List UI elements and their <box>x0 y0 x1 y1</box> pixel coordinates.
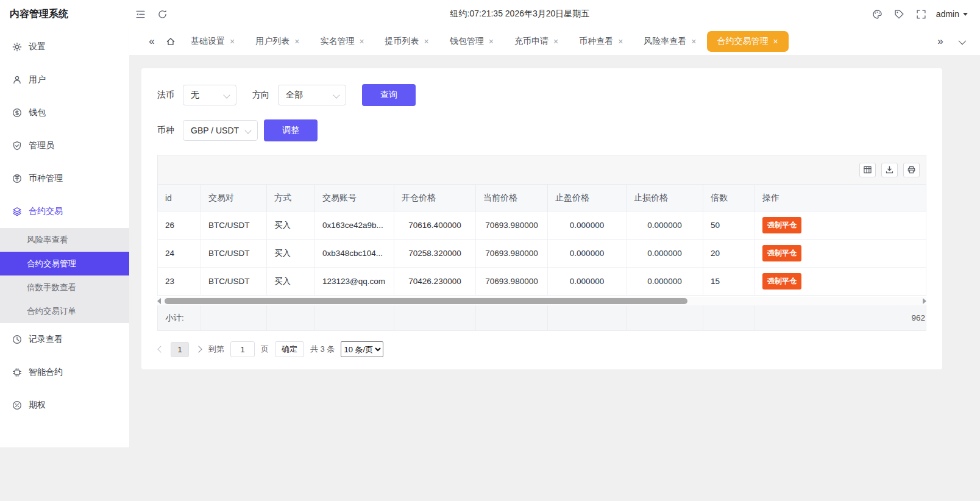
sidebar-subitem-label: 合约交易订单 <box>27 306 76 317</box>
table-cell-take_profit: 0.000000 <box>548 268 627 296</box>
table-column-header: 当前价格 <box>476 185 548 211</box>
sidebar-item-4[interactable]: 币种管理 <box>0 162 129 195</box>
tab-list: 基础设置×用户列表×实名管理×提币列表×钱包管理×充币申请×币种查看×风险率查看… <box>180 31 931 52</box>
tab-1[interactable]: 用户列表× <box>245 31 310 52</box>
tab-5[interactable]: 充币申请× <box>504 31 569 52</box>
tab-8[interactable]: 合约交易管理× <box>707 31 789 52</box>
scroll-left-arrow-icon[interactable] <box>157 298 161 304</box>
main-layout: 设置用户钱包管理员币种管理合约交易风险率查看合约交易管理倍数手数查看合约交易订单… <box>0 28 980 501</box>
tag-icon[interactable] <box>889 0 911 28</box>
direction-label: 方向 <box>252 90 269 101</box>
prev-page-icon[interactable] <box>157 347 165 352</box>
records-icon <box>12 335 22 344</box>
coin-select[interactable]: GBP / USDT <box>183 120 258 141</box>
sidebar-subitem-label: 合约交易管理 <box>27 258 76 269</box>
user-menu[interactable]: admin <box>936 9 968 19</box>
print-icon[interactable] <box>903 163 920 177</box>
fiat-select[interactable]: 无 <box>183 85 236 105</box>
export-icon[interactable] <box>881 163 898 177</box>
chevron-down-icon <box>333 91 339 98</box>
tab-7[interactable]: 风险率查看× <box>633 31 706 52</box>
sidebar-subitem-1[interactable]: 合约交易管理 <box>0 252 129 275</box>
sidebar-item-0[interactable]: 设置 <box>0 30 129 63</box>
adjust-button[interactable]: 调整 <box>264 119 318 141</box>
sidebar-subitem-3[interactable]: 合约交易订单 <box>0 299 129 323</box>
subtotal-cell <box>394 305 476 330</box>
user-icon <box>12 75 22 85</box>
tabs-scroll-left-icon[interactable]: « <box>143 35 161 48</box>
subtotal-row: 小计: 962 <box>157 305 926 331</box>
tab-close-icon[interactable]: × <box>691 37 696 46</box>
table-cell-pair: BTC/USDT <box>201 240 267 268</box>
tab-4[interactable]: 钱包管理× <box>439 31 504 52</box>
page-size-select[interactable]: 10 条/页 <box>341 341 383 357</box>
tab-close-icon[interactable]: × <box>553 37 558 46</box>
sidebar-subitem-label: 风险率查看 <box>27 235 68 246</box>
tab-2[interactable]: 实名管理× <box>310 31 374 52</box>
positions-table: id交易对方式交易账号开仓价格当前价格止盈价格止损价格倍数操作 26BTC/US… <box>157 184 926 296</box>
next-page-icon[interactable] <box>195 347 202 352</box>
collapse-sidebar-icon[interactable] <box>129 0 151 28</box>
sidebar-item-1[interactable]: 用户 <box>0 63 129 96</box>
sidebar-item-8[interactable]: 期权 <box>0 389 129 422</box>
theme-icon[interactable] <box>867 0 889 28</box>
sidebar-item-5[interactable]: 合约交易 <box>0 195 129 228</box>
tab-close-icon[interactable]: × <box>230 37 235 46</box>
sidebar-item-label: 合约交易 <box>29 206 63 217</box>
sidebar-item-label: 币种管理 <box>29 173 63 184</box>
tab-close-icon[interactable]: × <box>618 37 623 46</box>
refresh-icon[interactable] <box>151 0 173 28</box>
table-toolbar <box>157 155 926 184</box>
scrollbar-thumb[interactable] <box>165 298 687 304</box>
fiat-select-value: 无 <box>191 90 199 101</box>
tab-6[interactable]: 币种查看× <box>569 31 633 52</box>
tabs-dropdown-icon[interactable] <box>952 35 970 48</box>
sidebar-subitem-0[interactable]: 风险率查看 <box>0 228 129 252</box>
direction-select[interactable]: 全部 <box>278 85 346 105</box>
tab-3[interactable]: 提币列表× <box>375 31 439 52</box>
tab-close-icon[interactable]: × <box>294 37 299 46</box>
tabbar-right-controls: » <box>931 35 970 48</box>
fullscreen-icon[interactable] <box>911 0 932 28</box>
sidebar-item-label: 智能合约 <box>29 367 63 378</box>
table-column-header: 操作 <box>755 185 926 211</box>
search-button[interactable]: 查询 <box>362 84 416 106</box>
goto-page-input[interactable] <box>230 341 255 357</box>
current-page-button[interactable]: 1 <box>171 342 189 357</box>
tab-close-icon[interactable]: × <box>489 37 494 46</box>
horizontal-scrollbar[interactable] <box>157 297 926 305</box>
table-header-row: id交易对方式交易账号开仓价格当前价格止盈价格止损价格倍数操作 <box>158 185 926 211</box>
table-cell-open_price: 70616.400000 <box>394 211 476 240</box>
tabs-scroll-right-icon[interactable]: » <box>931 35 950 48</box>
force-close-button[interactable]: 强制平仓 <box>762 273 801 290</box>
sidebar-subitem-2[interactable]: 倍数手数查看 <box>0 275 129 299</box>
table-column-header: 止盈价格 <box>548 185 627 211</box>
confirm-page-button[interactable]: 确定 <box>275 341 304 357</box>
tab-0[interactable]: 基础设置× <box>180 31 245 52</box>
table-cell-leverage: 50 <box>703 211 755 240</box>
table-cell-take_profit: 0.000000 <box>548 240 627 268</box>
table-cell-current_price: 70693.980000 <box>476 211 548 240</box>
table-cell-id: 23 <box>158 268 201 296</box>
sidebar-item-2[interactable]: 钱包 <box>0 96 129 129</box>
sidebar-item-3[interactable]: 管理员 <box>0 129 129 162</box>
tab-close-icon[interactable]: × <box>359 37 364 46</box>
scroll-right-arrow-icon[interactable] <box>923 298 926 304</box>
force-close-button[interactable]: 强制平仓 <box>762 217 801 233</box>
table-cell-side: 买入 <box>267 240 315 268</box>
home-icon[interactable] <box>161 37 180 46</box>
sidebar-item-label: 用户 <box>29 74 46 85</box>
table-cell-actions: 强制平仓 <box>755 268 926 296</box>
sidebar-item-6[interactable]: 记录查看 <box>0 323 129 356</box>
sidebar-item-7[interactable]: 智能合约 <box>0 356 129 389</box>
tab-close-icon[interactable]: × <box>773 37 778 46</box>
table-column-header: id <box>158 185 201 211</box>
wallet-icon <box>12 108 22 118</box>
subtotal-cell <box>201 305 267 330</box>
table-cell-actions: 强制平仓 <box>755 211 926 240</box>
tab-close-icon[interactable]: × <box>424 37 429 46</box>
columns-icon[interactable] <box>859 163 876 177</box>
content-area: 法币 无 方向 全部 查询 币种 <box>129 55 980 501</box>
table-cell-account: 0x163ce42a9b... <box>315 211 394 240</box>
force-close-button[interactable]: 强制平仓 <box>762 245 801 261</box>
